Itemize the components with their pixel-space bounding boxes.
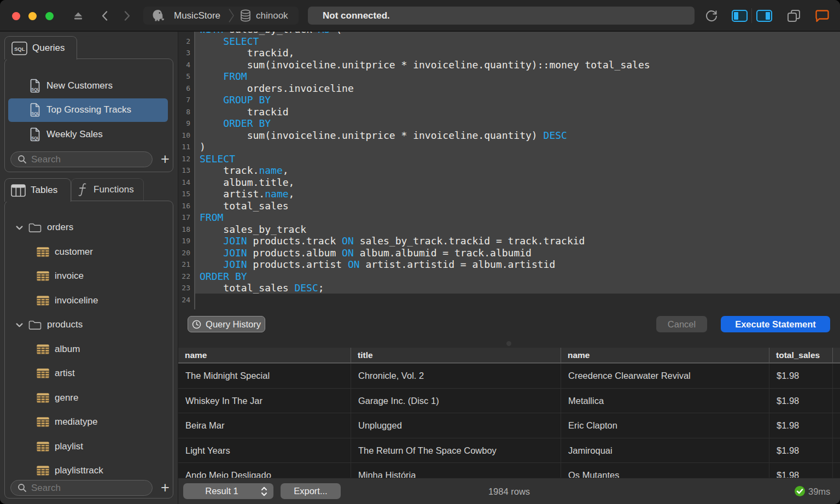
breadcrumb-connection[interactable]: MusicStore (174, 7, 220, 25)
chevron-down-icon (16, 225, 23, 230)
tree-folder[interactable]: orders (5, 219, 173, 236)
column-header[interactable]: name (178, 348, 351, 362)
chat-bubble-icon[interactable] (815, 9, 830, 23)
tables-search-input[interactable]: Search (10, 480, 153, 496)
query-item[interactable]: Top Grossing Tracks (8, 98, 168, 122)
table-row[interactable]: Whiskey In The JarGarage Inc. (Disc 1)Me… (178, 389, 840, 414)
close-window-button[interactable] (12, 12, 20, 20)
tree-table[interactable]: genre (5, 390, 173, 406)
tab-tables[interactable]: Tables (4, 178, 71, 202)
zoom-window-button[interactable] (45, 12, 54, 20)
tree-table[interactable]: playlisttrack (5, 462, 173, 479)
tree-item-label: genre (55, 392, 78, 403)
toggle-right-sidebar-button[interactable] (756, 10, 772, 22)
tree-item-label: artist (55, 368, 75, 379)
query-item-label: New Customers (46, 80, 113, 91)
tree-folder[interactable]: products (5, 317, 173, 333)
windows-overlap-icon[interactable] (786, 9, 801, 23)
table-icon (37, 442, 49, 452)
toolbar-separator (751, 8, 752, 23)
tab-queries-label: Queries (32, 43, 65, 54)
table-cell: Jamiroquai (561, 438, 769, 463)
table-cell: Creedence Clearwater Revival (561, 364, 769, 388)
tree-table[interactable]: album (5, 341, 173, 358)
refresh-icon[interactable] (704, 9, 719, 23)
table-cell: Eric Clapton (561, 413, 769, 438)
cancel-button[interactable]: Cancel (656, 316, 707, 332)
toggle-left-sidebar-button[interactable] (732, 10, 748, 22)
search-icon (18, 155, 27, 164)
column-header[interactable]: name (561, 348, 769, 362)
tree-item-label: orders (47, 222, 73, 233)
table-cell: $1.98 (769, 413, 833, 438)
tree-item-label: products (47, 319, 83, 330)
query-item[interactable]: New Customers (8, 74, 168, 97)
tree-item-label: mediatype (55, 417, 97, 427)
execute-button-label: Execute Statement (735, 319, 816, 330)
tree-item-label: invoiceline (55, 295, 98, 306)
sql-file-icon (29, 79, 41, 93)
column-header-spacer (833, 348, 840, 362)
tree-item-label: album (55, 344, 80, 355)
sql-code[interactable]: WITH sales_by_track AS ( SELECT trackid,… (200, 32, 650, 294)
row-count: 1984 rows (178, 478, 840, 504)
table-cell: $1.98 (769, 463, 833, 478)
minimize-window-button[interactable] (28, 12, 37, 20)
table-cell: Chronicle, Vol. 2 (351, 364, 561, 388)
breadcrumb[interactable]: MusicStore chinook (143, 7, 299, 25)
table-cell: Whiskey In The Jar (178, 389, 351, 413)
tables-panel: orders customer invoice invoiceline prod… (4, 201, 173, 499)
chevron-down-icon (16, 323, 23, 327)
line-numbers: 1 2 3 4 5 6 7 8 9 10 11 12 13 14 15 16 1… (178, 32, 190, 306)
execute-statement-button[interactable]: Execute Statement (721, 316, 830, 332)
table-cell-spacer (833, 389, 840, 413)
table-cell: Beira Mar (178, 413, 351, 438)
tree-table[interactable]: invoiceline (5, 292, 173, 309)
breadcrumb-database[interactable]: chinook (256, 7, 288, 25)
queries-search-input[interactable]: Search (10, 151, 153, 167)
table-icon (37, 247, 49, 257)
sql-editor[interactable]: 1 2 3 4 5 6 7 8 9 10 11 12 13 14 15 16 1… (178, 32, 840, 337)
tree-table[interactable]: playlist (5, 438, 173, 455)
tree-item-label: playlist (55, 441, 83, 452)
query-item[interactable]: Weekly Sales (8, 123, 168, 146)
tab-functions[interactable]: Functions (71, 178, 144, 201)
column-header[interactable]: total_sales (769, 348, 833, 362)
tab-queries[interactable]: SQL Queries (4, 36, 77, 60)
tree-table[interactable]: invoice (5, 268, 173, 284)
table-row[interactable]: The Midnight SpecialChronicle, Vol. 2Cre… (178, 364, 840, 389)
splitter-handle[interactable] (178, 337, 840, 348)
tree-table[interactable]: mediatype (5, 414, 173, 430)
table-icon (37, 344, 49, 354)
column-header[interactable]: title (351, 348, 561, 362)
tree-item-label: invoice (55, 271, 84, 282)
eject-icon[interactable] (72, 10, 84, 22)
table-cell-spacer (833, 364, 840, 388)
titlebar: MusicStore chinook Not connected. (0, 0, 840, 32)
database-icon (240, 9, 252, 22)
table-icon (37, 296, 49, 306)
table-cell: The Midnight Special (178, 364, 351, 388)
add-table-button[interactable]: + (158, 480, 173, 496)
folder-icon (28, 222, 42, 233)
table-row[interactable]: Light YearsThe Return Of The Space Cowbo… (178, 438, 840, 464)
tree-table[interactable]: artist (5, 365, 173, 382)
add-query-button[interactable]: + (158, 152, 173, 167)
query-item-label: Top Grossing Tracks (46, 104, 131, 115)
forward-button[interactable] (122, 10, 131, 21)
tree-table[interactable]: customer (5, 244, 173, 260)
results-table: nametitlenametotal_sales The Midnight Sp… (178, 348, 840, 478)
query-history-button[interactable]: Query History (188, 316, 265, 332)
table-cell-spacer (833, 463, 840, 478)
postgres-elephant-icon (151, 9, 166, 22)
table-cell: The Return Of The Space Cowboy (351, 438, 561, 463)
queries-panel: New Customers Top Grossing Tracks Weekly… (4, 58, 173, 172)
app-window: MusicStore chinook Not connected. (0, 0, 840, 504)
search-placeholder: Search (31, 483, 61, 494)
back-button[interactable] (101, 10, 109, 21)
table-cell: Minha História (351, 463, 561, 478)
tab-tables-label: Tables (31, 185, 57, 196)
table-row[interactable]: Beira MarUnpluggedEric Clapton$1.98 (178, 413, 840, 438)
search-icon (18, 483, 27, 493)
table-row[interactable]: Ando Meio DesligadoMinha HistóriaOs Muta… (178, 463, 840, 478)
